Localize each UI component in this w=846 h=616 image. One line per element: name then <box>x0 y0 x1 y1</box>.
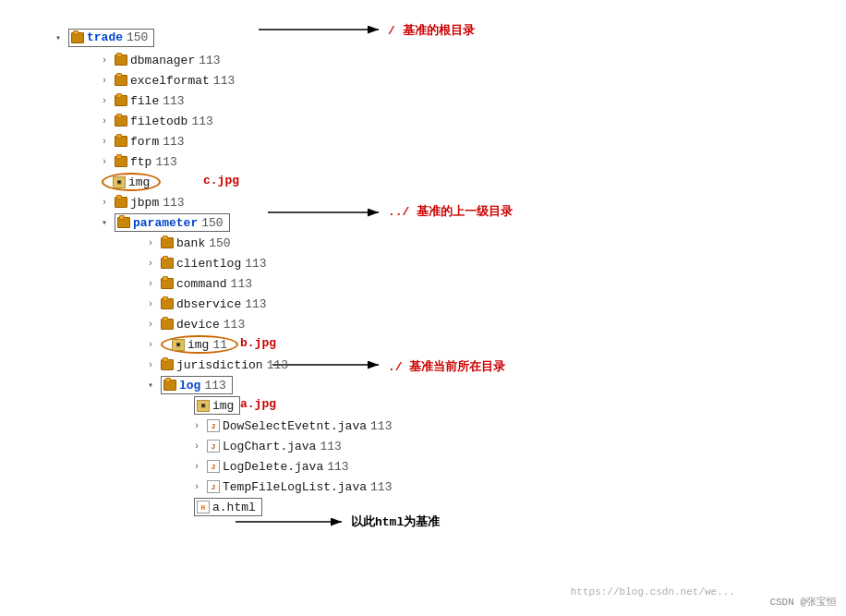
form-label: form <box>130 135 159 149</box>
dbmanager-number: 113 <box>199 54 220 67</box>
tree-item-filetodb[interactable]: › filetodb 113 <box>83 111 828 131</box>
tree-item-log[interactable]: ▾ log 113 <box>111 375 828 395</box>
chevron-ftp[interactable]: › <box>102 157 115 167</box>
tree-item-form[interactable]: › form 113 <box>83 131 828 151</box>
tree-item-dbmanager[interactable]: › dbmanager 113 <box>83 50 828 70</box>
chevron-file[interactable]: › <box>102 96 115 106</box>
tree-item-clientlog[interactable]: › clientlog 113 <box>111 253 828 273</box>
chevron-dbmanager[interactable]: › <box>102 55 115 66</box>
chevron-command[interactable]: › <box>148 279 161 289</box>
chevron-log[interactable]: ▾ <box>148 380 161 391</box>
LogChart-label: LogChart.java <box>223 440 316 453</box>
jurisdiction-label: jurisdiction <box>176 358 263 372</box>
img-b-label: img <box>187 338 209 352</box>
tree-item-img-a[interactable]: ▣ img a.jpg <box>139 395 828 416</box>
tree-item-img-b[interactable]: › ▣ img 11 b.jpg <box>111 334 828 355</box>
parameter-label: parameter <box>133 216 198 230</box>
DowSelectEvetnt-label: DowSelectEvetnt.java <box>223 419 367 433</box>
a-html-label: a.html <box>212 501 256 514</box>
tree-item-TempFileLogList[interactable]: › J TempFileLogList.java 113 <box>139 477 828 497</box>
chevron-jurisdiction[interactable]: › <box>148 360 161 370</box>
chevron-device[interactable]: › <box>148 320 161 330</box>
tree-item-command[interactable]: › command 113 <box>111 273 828 294</box>
device-label: device <box>176 318 220 332</box>
chevron-excelformat[interactable]: › <box>102 76 115 86</box>
tree-item-a-html[interactable]: H a.html <box>139 497 828 517</box>
file-label: file <box>130 94 159 108</box>
tree-item-dbservice[interactable]: › dbservice 113 <box>111 294 828 314</box>
chevron-clientlog[interactable]: › <box>148 259 161 269</box>
tree-item-DowSelectEvetnt[interactable]: › J DowSelectEvetnt.java 113 <box>139 416 828 436</box>
annotation-html-basis: 以此html为基准 <box>351 513 440 530</box>
excelformat-label: excelformat <box>130 74 210 88</box>
annotation-a-jpg: a.jpg <box>240 397 276 411</box>
img-c-label: img <box>128 175 150 189</box>
log-label: log <box>179 379 200 393</box>
chevron-tempfilelog[interactable]: › <box>194 482 207 492</box>
watermark: https://blog.csdn.net/we... <box>571 586 735 598</box>
chevron-bank[interactable]: › <box>148 238 161 248</box>
tree-item-excelformat[interactable]: › excelformat 113 <box>83 70 828 91</box>
img-a-label: img <box>212 399 234 413</box>
tree-item-LogChart[interactable]: › J LogChart.java 113 <box>139 436 828 456</box>
tree-item-LogDelete[interactable]: › J LogDelete.java 113 <box>139 456 828 477</box>
filetodb-label: filetodb <box>130 115 187 128</box>
command-label: command <box>176 277 227 291</box>
annotation-c-jpg: c.jpg <box>203 174 239 187</box>
tree-item-device[interactable]: › device 113 <box>111 314 828 334</box>
annotation-dotdotslash: ../ 基准的上一级目录 <box>388 203 513 220</box>
clientlog-label: clientlog <box>176 257 241 271</box>
chevron-jbpm[interactable]: › <box>102 198 115 208</box>
jbpm-label: jbpm <box>130 196 159 210</box>
LogDelete-label: LogDelete.java <box>223 460 323 474</box>
chevron-filetodb[interactable]: › <box>102 116 115 127</box>
chevron-logdelete[interactable]: › <box>194 462 207 472</box>
annotation-b-jpg: b.jpg <box>240 336 276 350</box>
bank-label: bank <box>176 236 205 250</box>
dbmanager-label: dbmanager <box>130 54 195 67</box>
trade-label: trade <box>87 30 123 46</box>
dbservice-label: dbservice <box>176 297 241 311</box>
annotation-dotslash: ./ 基准当前所在目录 <box>388 358 505 375</box>
tree-item-ftp[interactable]: › ftp 113 <box>83 151 828 172</box>
annotation-slash-root: / 基准的根目录 <box>388 22 475 39</box>
chevron-trade[interactable]: ▾ <box>55 32 68 43</box>
trade-number: 150 <box>127 30 148 46</box>
chevron-parameter[interactable]: ▾ <box>102 217 115 228</box>
chevron-logchart[interactable]: › <box>194 441 207 452</box>
chevron-form[interactable]: › <box>102 137 115 147</box>
tree-item-file[interactable]: › file 113 <box>83 91 828 111</box>
TempFileLogList-label: TempFileLogList.java <box>223 480 367 494</box>
chevron-dowselect[interactable]: › <box>194 421 207 431</box>
chevron-img-b[interactable]: › <box>148 340 161 350</box>
chevron-dbservice[interactable]: › <box>148 299 161 309</box>
tree-item-img-c[interactable]: ▣ img c.jpg <box>83 172 828 192</box>
attribution: CSDN @张宝恒 <box>769 595 837 609</box>
tree-item-bank[interactable]: › bank 150 <box>111 233 828 253</box>
ftp-label: ftp <box>130 155 151 169</box>
